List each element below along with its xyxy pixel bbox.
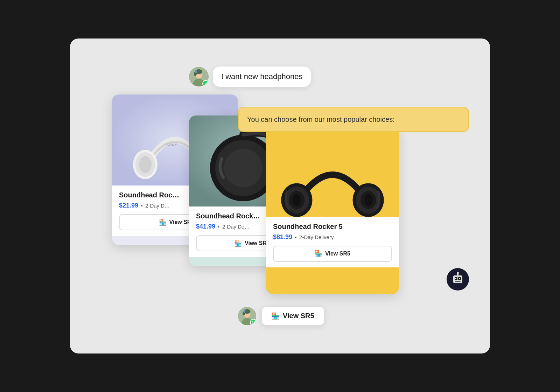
user-message-text: I want new headphones — [221, 72, 302, 81]
product-price-1: $21.99 — [119, 202, 138, 209]
bottom-store-icon: 🏪 — [272, 312, 279, 320]
headphone-illustration-3 — [266, 126, 399, 217]
svg-point-10 — [139, 156, 152, 173]
product-delivery-1: 2-Day D… — [145, 203, 170, 209]
svg-point-36 — [244, 309, 246, 313]
store-icon-3: 🏪 — [315, 250, 322, 258]
bottom-action-area: 🏪 View SR5 — [238, 306, 325, 326]
view-button-label-3: View SR5 — [325, 251, 350, 257]
svg-point-25 — [292, 194, 301, 206]
svg-rect-41 — [459, 278, 460, 279]
product-name-3: Soundhead Rocker 5 — [273, 223, 392, 231]
view-button-3[interactable]: 🏪 View SR5 — [273, 246, 392, 262]
svg-point-18 — [224, 149, 262, 187]
dot-separator-3 — [295, 237, 296, 238]
svg-text:SONY: SONY — [166, 143, 177, 147]
view-button-label-1: View SR — [169, 219, 191, 225]
product-delivery-3: 2-Day Delivery — [299, 234, 334, 240]
bot-response-text: You can choose from our most popular cho… — [247, 115, 395, 123]
user-message-bubble: I want new headphones — [213, 66, 311, 87]
bottom-view-button[interactable]: 🏪 View SR5 — [261, 306, 325, 326]
svg-point-6 — [195, 70, 197, 73]
product-price-3: $81.99 — [273, 233, 292, 241]
product-price-2: $41.99 — [196, 223, 215, 230]
product-meta-3: $81.99 2-Day Delivery — [273, 233, 392, 241]
product-delivery-2: 2-Day De… — [222, 224, 250, 230]
bot-face-svg — [450, 272, 465, 287]
bot-avatar — [447, 268, 469, 290]
store-icon-1: 🏪 — [159, 218, 167, 226]
bottom-button-label: View SR5 — [283, 312, 314, 320]
svg-point-44 — [457, 272, 459, 274]
whatsapp-badge — [202, 80, 209, 86]
store-icon-2: 🏪 — [234, 239, 242, 247]
bottom-whatsapp-badge — [250, 319, 256, 325]
dot-separator-1 — [141, 205, 142, 206]
dot-separator-2 — [218, 226, 219, 227]
user-avatar — [189, 67, 209, 86]
bottom-user-avatar — [238, 307, 256, 325]
svg-rect-40 — [455, 278, 456, 279]
product-card-3: Soundhead Rocker 5 $81.99 2-Day Delivery… — [266, 126, 399, 294]
main-scene: I want new headphones You can choose fro… — [70, 38, 490, 354]
product-image-3 — [266, 126, 399, 217]
svg-point-29 — [364, 194, 373, 206]
bot-response-bubble: You can choose from our most popular cho… — [238, 107, 469, 132]
svg-rect-42 — [455, 281, 461, 282]
user-message-container: I want new headphones — [189, 66, 311, 87]
card-3-body: Soundhead Rocker 5 $81.99 2-Day Delivery… — [266, 217, 399, 267]
